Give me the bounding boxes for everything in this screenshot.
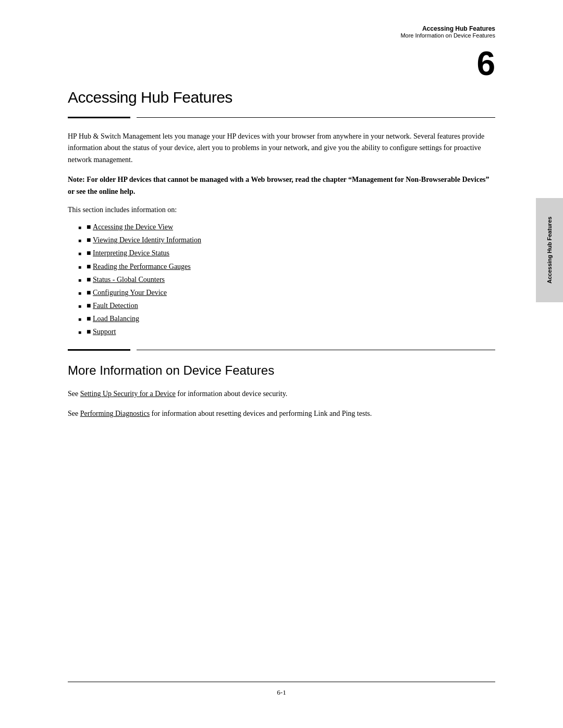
link-configuring-your-device[interactable]: Configuring Your Device [93, 286, 167, 299]
divider-thin-2 [137, 350, 495, 350]
section-includes-label: This section includes information on: [68, 206, 495, 214]
more-info-paragraph-1: See Setting Up Security for a Device for… [68, 388, 495, 400]
footer-line [68, 682, 495, 682]
page-footer: 6-1 [0, 682, 563, 697]
header-subtitle: More Information on Device Features [400, 32, 495, 39]
side-tab: Accessing Hub Features [536, 198, 563, 302]
para2-link: Performing Diagnostics [80, 410, 150, 417]
list-item: ■ Fault Detection [78, 299, 495, 312]
list-item: ■ Support [78, 325, 495, 338]
link-reading-performance-gauges[interactable]: Reading the Performance Gauges [93, 260, 191, 273]
bullet-icon: ■ [87, 233, 93, 246]
more-info-heading: More Information on Device Features [68, 363, 495, 378]
page-container: Accessing Hub Features More Information … [0, 0, 563, 728]
bullet-icon: ■ [87, 286, 93, 299]
bullet-icon: ■ [87, 260, 93, 273]
link-accessing-device-view[interactable]: Accessing the Device View [93, 220, 173, 233]
para2-before: See [68, 410, 80, 417]
list-item: ■ Accessing the Device View [78, 220, 495, 233]
list-item: ■ Configuring Your Device [78, 286, 495, 299]
link-setting-up-security[interactable]: Setting Up Security for a Device [80, 390, 176, 398]
link-fault-detection[interactable]: Fault Detection [93, 299, 138, 312]
bullet-icon: ■ [87, 246, 93, 260]
link-viewing-device-identity[interactable]: Viewing Device Identity Information [93, 233, 201, 246]
main-content: Accessing Hub Features HP Hub & Switch M… [68, 0, 495, 419]
bullet-icon: ■ [87, 220, 93, 233]
bullet-icon: ■ [87, 273, 93, 286]
bullet-icon: ■ [87, 299, 93, 312]
bullet-icon: ■ [87, 312, 93, 325]
link-interpreting-device-status[interactable]: Interpreting Device Status [93, 246, 169, 260]
mid-section-divider [68, 349, 495, 351]
para1-before: See [68, 390, 80, 398]
chapter-number: 6 [476, 47, 495, 80]
note-text: Note: For older HP devices that cannot b… [68, 174, 495, 198]
link-support[interactable]: Support [93, 325, 116, 338]
feature-list: ■ Accessing the Device View ■ Viewing De… [78, 220, 495, 339]
link-load-balancing[interactable]: Load Balancing [93, 312, 139, 325]
more-info-section: More Information on Device Features See … [68, 363, 495, 420]
link-status-global-counters[interactable]: Status - Global Counters [93, 273, 165, 286]
bullet-icon: ■ [87, 325, 93, 338]
divider-thick-2 [68, 349, 130, 351]
para2-after: for information about resetting devices … [150, 410, 372, 417]
page-header: Accessing Hub Features More Information … [400, 25, 495, 39]
list-item: ■ Load Balancing [78, 312, 495, 325]
list-item: ■ Interpreting Device Status [78, 246, 495, 260]
list-item: ■ Viewing Device Identity Information [78, 233, 495, 246]
divider-thick [68, 117, 130, 118]
top-section-divider [68, 117, 495, 118]
divider-thin [137, 117, 495, 118]
more-info-paragraph-2: See Performing Diagnostics for informati… [68, 408, 495, 419]
list-item: ■ Reading the Performance Gauges [78, 260, 495, 273]
link-performing-diagnostics[interactable]: Performing Diagnostics [80, 410, 150, 417]
list-item: ■ Status - Global Counters [78, 273, 495, 286]
side-tab-label: Accessing Hub Features [546, 217, 553, 283]
header-title: Accessing Hub Features [400, 25, 495, 32]
para1-link: Setting Up Security for a Device [80, 390, 176, 398]
intro-paragraph: HP Hub & Switch Management lets you mana… [68, 131, 495, 166]
page-number: 6-1 [0, 688, 563, 697]
para1-after: for information about device security. [176, 390, 287, 398]
chapter-title: Accessing Hub Features [68, 89, 495, 106]
